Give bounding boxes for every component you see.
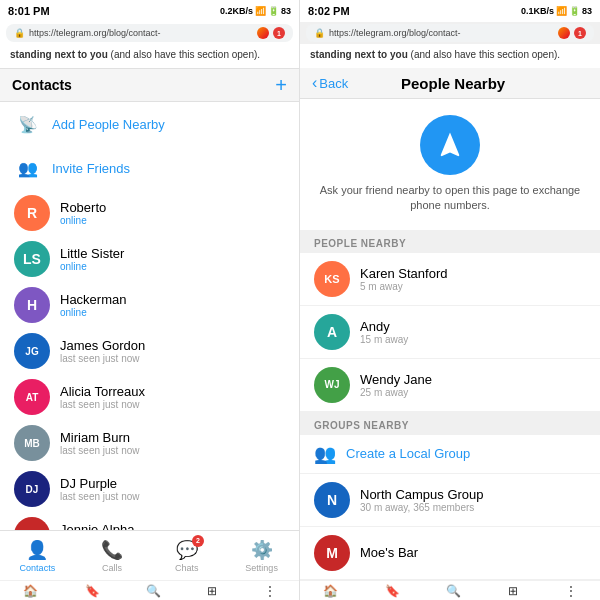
right-apps-icon[interactable]: ⊞: [508, 584, 518, 598]
status-little-sister: online: [60, 261, 124, 272]
contact-info-jennie-alpha: Jennie Alpha last seen 2 hours ago: [60, 522, 156, 530]
avatar-wendy-jane: WJ: [314, 367, 350, 403]
nearby-description: Ask your friend nearby to open this page…: [316, 183, 584, 214]
nearby-andy[interactable]: A Andy 15 m away: [300, 306, 600, 359]
name-moes-bar: Moe's Bar: [360, 545, 418, 560]
create-group-label: Create a Local Group: [346, 446, 470, 461]
avatar-james-gordon: JG: [14, 333, 50, 369]
name-wendy-jane: Wendy Jane: [360, 372, 432, 387]
status-james-gordon: last seen just now: [60, 353, 145, 364]
add-people-nearby-item[interactable]: 📡 Add People Nearby: [0, 102, 299, 146]
contact-hackerman[interactable]: H Hackerman online: [0, 282, 299, 328]
avatar-miriam-burn: MB: [14, 425, 50, 461]
groups-nearby-section-label: GROUPS NEARBY: [300, 412, 600, 435]
left-notif-badge: 1: [273, 27, 285, 39]
contact-roberto[interactable]: R Roberto online: [0, 190, 299, 236]
status-miriam-burn: last seen just now: [60, 445, 140, 456]
calls-nav-icon: 📞: [101, 539, 123, 561]
info-moes-bar: Moe's Bar: [360, 545, 418, 560]
back-button[interactable]: ‹ Back: [312, 74, 348, 92]
contact-alicia-torreaux[interactable]: AT Alicia Torreaux last seen just now: [0, 374, 299, 420]
right-wifi-icon: 📶: [556, 6, 567, 16]
contact-info-james-gordon: James Gordon last seen just now: [60, 338, 145, 364]
home-icon[interactable]: 🏠: [23, 584, 38, 598]
invite-icon: 👥: [14, 154, 42, 182]
avatar-north-campus: N: [314, 482, 350, 518]
settings-nav-label: Settings: [245, 563, 278, 573]
left-browser-bar[interactable]: 🔒 https://telegram.org/blog/contact- 1: [6, 24, 293, 42]
left-system-bar: 🏠 🔖 🔍 ⊞ ⋮: [0, 580, 299, 600]
apps-icon[interactable]: ⊞: [207, 584, 217, 598]
right-panel: 8:02 PM 0.1KB/s 📶 🔋 83 🔒 https://telegra…: [300, 0, 600, 600]
contacts-nav-label: Contacts: [20, 563, 56, 573]
right-network-speed: 0.1KB/s: [521, 6, 554, 16]
avatar-little-sister: LS: [14, 241, 50, 277]
right-url: https://telegram.org/blog/contact-: [329, 28, 554, 38]
name-roberto: Roberto: [60, 200, 106, 215]
name-little-sister: Little Sister: [60, 246, 124, 261]
chats-nav-label: Chats: [175, 563, 199, 573]
status-dj-purple: last seen just now: [60, 491, 140, 502]
contact-dj-purple[interactable]: DJ DJ Purple last seen just now: [0, 466, 299, 512]
right-home-icon[interactable]: 🏠: [323, 584, 338, 598]
left-panel: 8:01 PM 0.2KB/s 📶 🔋 83 🔒 https://telegra…: [0, 0, 300, 600]
name-miriam-burn: Miriam Burn: [60, 430, 140, 445]
left-time: 8:01 PM: [8, 5, 50, 17]
nearby-north-campus[interactable]: N North Campus Group 30 m away, 365 memb…: [300, 474, 600, 527]
right-blog-text: standing next to you (and also have this…: [300, 44, 600, 68]
right-search-icon[interactable]: 🔍: [446, 584, 461, 598]
search-icon[interactable]: 🔍: [146, 584, 161, 598]
battery-pct: 83: [281, 6, 291, 16]
contacts-header: Contacts +: [0, 68, 299, 102]
contact-info-hackerman: Hackerman online: [60, 292, 126, 318]
name-hackerman: Hackerman: [60, 292, 126, 307]
right-menu-icon[interactable]: ⋮: [565, 584, 577, 598]
nav-chats[interactable]: 💬2 Chats: [150, 531, 225, 580]
contact-jennie-alpha[interactable]: JA Jennie Alpha last seen 2 hours ago: [0, 512, 299, 530]
contact-miriam-burn[interactable]: MB Miriam Burn last seen just now: [0, 420, 299, 466]
avatar-hackerman: H: [14, 287, 50, 323]
right-bookmark-icon[interactable]: 🔖: [385, 584, 400, 598]
avatar-dj-purple: DJ: [14, 471, 50, 507]
avatar-moes-bar: M: [314, 535, 350, 571]
page-title: People Nearby: [348, 75, 558, 92]
add-contact-button[interactable]: +: [275, 75, 287, 95]
contact-info-miriam-burn: Miriam Burn last seen just now: [60, 430, 140, 456]
right-browser-bar[interactable]: 🔒 https://telegram.org/blog/contact- 1: [306, 24, 594, 42]
chats-badge: 2: [192, 535, 204, 547]
bookmark-icon[interactable]: 🔖: [85, 584, 100, 598]
nav-calls[interactable]: 📞 Calls: [75, 531, 150, 580]
lock-icon: 🔒: [14, 28, 25, 38]
right-battery-icon: 🔋: [569, 6, 580, 16]
network-speed: 0.2KB/s: [220, 6, 253, 16]
menu-icon[interactable]: ⋮: [264, 584, 276, 598]
nearby-icon-area: Ask your friend nearby to open this page…: [300, 99, 600, 230]
name-jennie-alpha: Jennie Alpha: [60, 522, 156, 530]
status-hackerman: online: [60, 307, 126, 318]
nearby-moes-bar[interactable]: M Moe's Bar: [300, 527, 600, 580]
left-url: https://telegram.org/blog/contact-: [29, 28, 253, 38]
calls-nav-label: Calls: [102, 563, 122, 573]
back-label: Back: [319, 76, 348, 91]
contact-list: 📡 Add People Nearby 👥 Invite Friends R R…: [0, 102, 299, 530]
invite-friends-item[interactable]: 👥 Invite Friends: [0, 146, 299, 190]
nav-settings[interactable]: ⚙️ Settings: [224, 531, 299, 580]
contact-little-sister[interactable]: LS Little Sister online: [0, 236, 299, 282]
dist-wendy-jane: 25 m away: [360, 387, 432, 398]
right-lock-icon: 🔒: [314, 28, 325, 38]
avatar-roberto: R: [14, 195, 50, 231]
nearby-wendy-jane[interactable]: WJ Wendy Jane 25 m away: [300, 359, 600, 412]
nearby-karen-stanford[interactable]: KS Karen Stanford 5 m away: [300, 253, 600, 306]
chats-nav-icon: 💬2: [176, 539, 198, 561]
create-local-group-button[interactable]: 👥 Create a Local Group: [300, 435, 600, 474]
info-andy: Andy 15 m away: [360, 319, 408, 345]
contact-info-roberto: Roberto online: [60, 200, 106, 226]
contact-info-dj-purple: DJ Purple last seen just now: [60, 476, 140, 502]
contact-james-gordon[interactable]: JG James Gordon last seen just now: [0, 328, 299, 374]
info-north-campus: North Campus Group 30 m away, 365 member…: [360, 487, 484, 513]
nav-contacts[interactable]: 👤 Contacts: [0, 531, 75, 580]
avatar-karen-stanford: KS: [314, 261, 350, 297]
avatar-andy: A: [314, 314, 350, 350]
name-north-campus: North Campus Group: [360, 487, 484, 502]
right-status-bar: 8:02 PM 0.1KB/s 📶 🔋 83: [300, 0, 600, 22]
